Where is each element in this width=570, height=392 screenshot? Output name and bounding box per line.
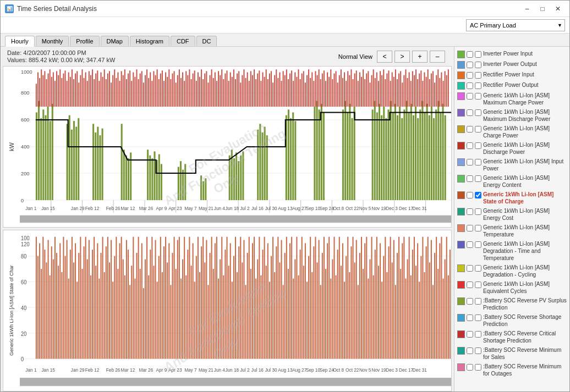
svg-rect-252 <box>276 69 277 107</box>
legend-checkbox-1[interactable] <box>467 82 473 89</box>
legend-text: Inverter Power Input <box>483 50 533 57</box>
tab-monthly[interactable]: Monthly <box>36 36 69 46</box>
nav-next-button[interactable]: > <box>394 51 410 63</box>
legend-checkbox-2[interactable] <box>475 364 481 371</box>
svg-rect-347 <box>437 69 439 107</box>
svg-rect-158 <box>116 78 117 107</box>
svg-rect-572 <box>308 256 309 359</box>
legend-checkbox-2[interactable] <box>475 225 481 231</box>
svg-rect-308 <box>371 75 372 107</box>
legend-checkbox-1[interactable] <box>467 298 473 305</box>
legend-checkbox-2[interactable] <box>475 331 481 338</box>
svg-rect-65 <box>292 112 294 200</box>
legend-item: Generic 1kWh Li-Ion [ASM] Energy Content <box>456 173 568 190</box>
tab-dmap[interactable]: DMap <box>101 36 129 46</box>
svg-text:Jan 15: Jan 15 <box>41 367 55 373</box>
legend-item: Generic 1kWh Li-Ion [ASM] Degradation - … <box>456 263 568 279</box>
svg-rect-650 <box>441 237 442 359</box>
legend-checkbox-1[interactable] <box>467 364 473 371</box>
legend-checkbox-2[interactable] <box>475 281 481 288</box>
svg-rect-449 <box>98 279 100 359</box>
legend-checkbox-1[interactable] <box>467 159 473 165</box>
legend-checkbox-2[interactable] <box>475 347 481 354</box>
legend-checkbox-1[interactable] <box>467 192 473 198</box>
legend-checkbox-1[interactable] <box>467 241 473 248</box>
legend-checkbox-2[interactable] <box>475 51 481 58</box>
tab-hourly[interactable]: Hourly <box>5 36 35 47</box>
legend-checkbox-2[interactable] <box>475 192 481 198</box>
svg-rect-315 <box>383 69 384 107</box>
legend-checkbox-1[interactable] <box>467 225 473 231</box>
nav-zoom-out-button[interactable]: – <box>430 51 445 63</box>
legend-checkbox-2[interactable] <box>475 241 481 248</box>
legend-checkbox-1[interactable] <box>467 142 473 149</box>
legend-checkbox-1[interactable] <box>467 51 473 58</box>
svg-rect-321 <box>393 77 394 107</box>
svg-rect-455 <box>109 262 110 358</box>
dropdown-box[interactable]: AC Primary Load ▼ <box>466 19 565 31</box>
legend-checkbox-1[interactable] <box>467 109 473 116</box>
legend-checkbox-2[interactable] <box>475 93 481 100</box>
svg-text:Dec 31: Dec 31 <box>413 367 427 373</box>
tab-cdf[interactable]: CDF <box>171 36 195 46</box>
legend-checkbox-2[interactable] <box>475 314 481 321</box>
svg-rect-447 <box>95 266 96 358</box>
legend-checkbox-1[interactable] <box>467 265 473 272</box>
legend-checkbox-2[interactable] <box>475 142 481 149</box>
tab-profile[interactable]: Profile <box>70 36 99 46</box>
legend-checkbox-1[interactable] <box>467 62 473 68</box>
svg-rect-106 <box>435 109 437 200</box>
legend-checkbox-2[interactable] <box>475 82 481 89</box>
svg-rect-32 <box>123 150 125 200</box>
legend-checkbox-1[interactable] <box>467 281 473 288</box>
svg-rect-343 <box>431 74 432 107</box>
nav-zoom-in-button[interactable]: + <box>412 51 428 63</box>
svg-text:Jun 18: Jun 18 <box>225 206 239 211</box>
svg-rect-130 <box>68 72 69 107</box>
close-button[interactable]: ✕ <box>551 3 565 14</box>
data-series-selector[interactable]: AC Primary Load ▼ <box>466 19 565 31</box>
legend-checkbox-2[interactable] <box>475 109 481 116</box>
legend-checkbox-2[interactable] <box>475 72 481 79</box>
legend-checkbox-1[interactable] <box>467 331 473 338</box>
legend-checkbox-2[interactable] <box>475 159 481 165</box>
svg-rect-341 <box>428 69 429 107</box>
svg-rect-26 <box>92 124 94 200</box>
legend-checkbox-1[interactable] <box>467 314 473 321</box>
nav-prev-button[interactable]: < <box>377 51 392 63</box>
legend-checkbox-2[interactable] <box>475 265 481 272</box>
legend-color-swatch <box>457 175 465 183</box>
legend-checkbox-1[interactable] <box>467 126 473 132</box>
legend-checkbox-2[interactable] <box>475 62 481 68</box>
svg-rect-643 <box>429 262 430 358</box>
svg-rect-578 <box>319 240 320 359</box>
legend-text: Generic 1kWh Li-Ion [ASM] Equivalent Cyc… <box>483 280 567 295</box>
svg-rect-246 <box>266 69 267 107</box>
legend-checkbox-1[interactable] <box>467 175 473 182</box>
legend-checkbox-1[interactable] <box>467 347 473 354</box>
legend-checkbox-1[interactable] <box>467 208 473 215</box>
legend-checkbox-2[interactable] <box>475 208 481 215</box>
legend-checkbox-2[interactable] <box>475 298 481 305</box>
svg-rect-278 <box>320 79 321 107</box>
minimize-button[interactable]: – <box>520 3 534 14</box>
svg-rect-200 <box>187 75 188 107</box>
app-icon: 📊 <box>5 4 14 13</box>
legend-checkbox-2[interactable] <box>475 175 481 182</box>
legend-checkbox-1[interactable] <box>467 93 473 100</box>
legend-checkbox-2[interactable] <box>475 126 481 132</box>
svg-rect-439 <box>81 269 83 359</box>
svg-rect-149 <box>100 72 101 107</box>
svg-rect-585 <box>330 279 331 359</box>
svg-rect-110 <box>445 115 446 200</box>
tab-histogram[interactable]: Histogram <box>130 36 169 46</box>
tab-dc[interactable]: DC <box>196 36 217 46</box>
legend-item: Generic 1kWh Li-Ion [ASM] Charge Power <box>456 124 568 140</box>
legend-text: Generic 1kWh Li-Ion [ASM] Energy Cost <box>483 207 567 222</box>
svg-text:Jan 1: Jan 1 <box>25 206 37 211</box>
svg-rect-633 <box>412 250 413 359</box>
svg-rect-64 <box>290 118 292 200</box>
legend-checkbox-1[interactable] <box>467 72 473 79</box>
maximize-button[interactable]: □ <box>535 3 550 14</box>
svg-rect-555 <box>279 262 280 358</box>
